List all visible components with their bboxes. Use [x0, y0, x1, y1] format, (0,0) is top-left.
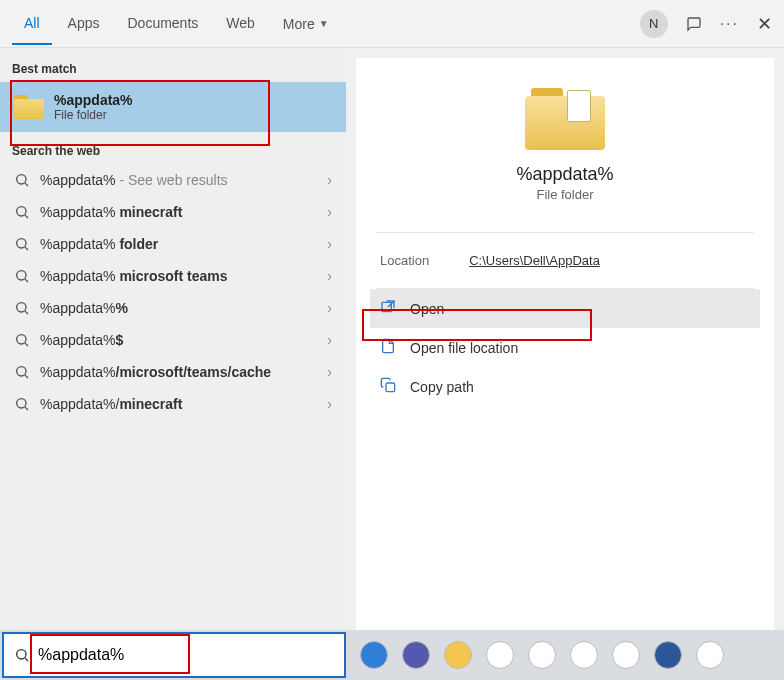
- search-icon: [14, 332, 30, 348]
- web-result-item[interactable]: %appdata% minecraft ›: [0, 196, 346, 228]
- svg-line-7: [25, 279, 28, 282]
- results-panel: Best match %appdata% File folder Search …: [0, 48, 346, 630]
- tab-apps[interactable]: Apps: [56, 3, 112, 45]
- chevron-right-icon: ›: [327, 268, 332, 284]
- taskbar-palette-icon[interactable]: [696, 641, 724, 669]
- open-icon: [380, 299, 396, 318]
- web-results-list: %appdata% - See web results › %appdata% …: [0, 164, 346, 420]
- chevron-right-icon: ›: [327, 172, 332, 188]
- more-icon[interactable]: ···: [720, 15, 739, 33]
- web-result-item[interactable]: %appdata% - See web results ›: [0, 164, 346, 196]
- close-icon[interactable]: ✕: [757, 13, 772, 35]
- best-match-sub: File folder: [54, 108, 133, 122]
- svg-line-19: [25, 658, 28, 661]
- taskbar-slack-icon[interactable]: [528, 641, 556, 669]
- preview-sub: File folder: [356, 187, 774, 202]
- preview-panel: %appdata% File folder Location C:\Users\…: [356, 58, 774, 630]
- preview-header: %appdata% File folder: [356, 78, 774, 232]
- best-match-item[interactable]: %appdata% File folder: [0, 82, 346, 132]
- web-result-item[interactable]: %appdata% folder ›: [0, 228, 346, 260]
- copy-icon: [380, 377, 396, 396]
- web-result-item[interactable]: %appdata% microsoft teams ›: [0, 260, 346, 292]
- svg-point-14: [17, 399, 26, 408]
- action-label: Open file location: [410, 340, 518, 356]
- search-icon: [14, 268, 30, 284]
- taskbar-word-icon[interactable]: [654, 641, 682, 669]
- chevron-right-icon: ›: [327, 204, 332, 220]
- svg-rect-16: [382, 302, 391, 311]
- search-input[interactable]: [38, 646, 334, 664]
- tab-more[interactable]: More ▼: [271, 3, 341, 45]
- tab-web[interactable]: Web: [214, 3, 267, 45]
- web-result-item[interactable]: %appdata%% ›: [0, 292, 346, 324]
- folder-icon: [14, 95, 44, 119]
- taskbar-chrome2-icon[interactable]: [570, 641, 598, 669]
- web-result-label: %appdata% folder: [40, 236, 317, 252]
- topbar-right: N ··· ✕: [640, 10, 772, 38]
- feedback-icon[interactable]: [686, 16, 702, 32]
- svg-line-15: [25, 407, 28, 410]
- taskbar-icons: [360, 641, 724, 669]
- chevron-right-icon: ›: [327, 300, 332, 316]
- svg-line-11: [25, 343, 28, 346]
- web-result-label: %appdata%$: [40, 332, 317, 348]
- taskbar-teams-icon[interactable]: [402, 641, 430, 669]
- taskbar-chrome-icon[interactable]: [486, 641, 514, 669]
- search-box[interactable]: [2, 632, 346, 678]
- top-tab-bar: All Apps Documents Web More ▼ N ··· ✕: [0, 0, 784, 48]
- action-list: OpenOpen file locationCopy path: [356, 289, 774, 406]
- search-web-label: Search the web: [0, 140, 346, 164]
- tabs: All Apps Documents Web More ▼: [12, 3, 341, 45]
- location-link[interactable]: C:\Users\Dell\AppData: [469, 253, 600, 268]
- action-label: Open: [410, 301, 444, 317]
- location-row: Location C:\Users\Dell\AppData: [356, 233, 774, 288]
- search-icon: [14, 236, 30, 252]
- web-result-item[interactable]: %appdata%$ ›: [0, 324, 346, 356]
- web-result-label: %appdata%%: [40, 300, 317, 316]
- svg-rect-17: [386, 383, 395, 392]
- svg-point-6: [17, 271, 26, 280]
- search-icon: [14, 396, 30, 412]
- web-result-item[interactable]: %appdata%/microsoft/teams/cache ›: [0, 356, 346, 388]
- search-icon: [14, 204, 30, 220]
- svg-line-9: [25, 311, 28, 314]
- svg-point-2: [17, 207, 26, 216]
- search-icon: [14, 172, 30, 188]
- best-match-label: Best match: [0, 58, 346, 82]
- folder-large-icon: [525, 88, 605, 150]
- chevron-right-icon: ›: [327, 236, 332, 252]
- main-area: Best match %appdata% File folder Search …: [0, 48, 784, 630]
- preview-title: %appdata%: [356, 164, 774, 185]
- taskbar-paint-icon[interactable]: [612, 641, 640, 669]
- action-copy[interactable]: Copy path: [370, 367, 760, 406]
- svg-point-4: [17, 239, 26, 248]
- chevron-right-icon: ›: [327, 396, 332, 412]
- action-file-location[interactable]: Open file location: [370, 328, 760, 367]
- svg-line-13: [25, 375, 28, 378]
- search-icon: [14, 647, 30, 663]
- svg-point-10: [17, 335, 26, 344]
- svg-point-18: [17, 650, 26, 659]
- action-label: Copy path: [410, 379, 474, 395]
- tab-all[interactable]: All: [12, 3, 52, 45]
- action-open[interactable]: Open: [370, 289, 760, 328]
- chevron-right-icon: ›: [327, 364, 332, 380]
- location-label: Location: [380, 253, 429, 268]
- taskbar-explorer-icon[interactable]: [444, 641, 472, 669]
- web-result-label: %appdata% microsoft teams: [40, 268, 317, 284]
- svg-point-12: [17, 367, 26, 376]
- best-match-title: %appdata%: [54, 92, 133, 108]
- web-result-item[interactable]: %appdata%/minecraft ›: [0, 388, 346, 420]
- tab-documents[interactable]: Documents: [115, 3, 210, 45]
- taskbar-edge-icon[interactable]: [360, 641, 388, 669]
- web-result-label: %appdata%/microsoft/teams/cache: [40, 364, 317, 380]
- chevron-right-icon: ›: [327, 332, 332, 348]
- search-icon: [14, 300, 30, 316]
- tab-more-label: More: [283, 16, 315, 32]
- avatar[interactable]: N: [640, 10, 668, 38]
- svg-line-3: [25, 215, 28, 218]
- file-location-icon: [380, 338, 396, 357]
- chevron-down-icon: ▼: [319, 18, 329, 29]
- svg-line-5: [25, 247, 28, 250]
- svg-point-0: [17, 175, 26, 184]
